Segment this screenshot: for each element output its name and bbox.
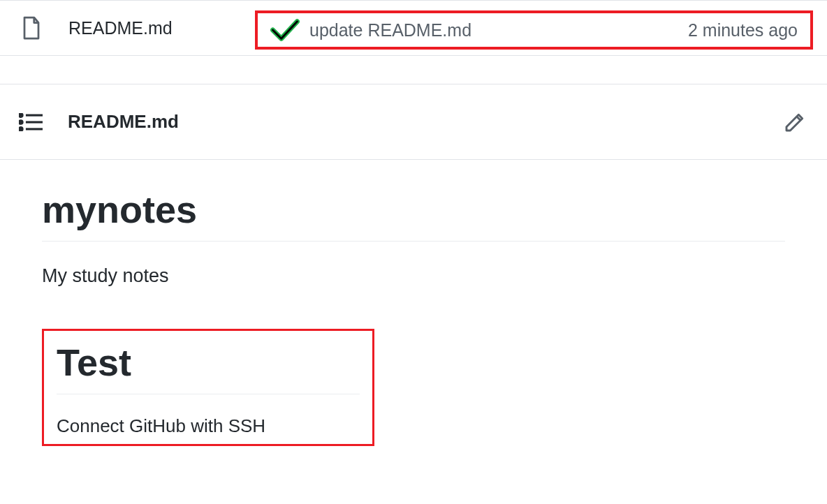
- pencil-icon[interactable]: [784, 111, 806, 133]
- commit-highlight-box: update README.md 2 minutes ago: [255, 10, 813, 50]
- readme-header: README.md: [0, 84, 827, 160]
- readme-paragraph-studynotes: My study notes: [42, 265, 785, 287]
- readme-body: mynotes My study notes Test Connect GitH…: [0, 160, 827, 446]
- file-icon: [21, 15, 42, 40]
- readme-heading-mynotes: mynotes: [42, 188, 785, 242]
- readme-title: README.md: [68, 111, 784, 133]
- file-name-link[interactable]: README.md: [68, 18, 250, 38]
- commit-time: 2 minutes ago: [688, 20, 798, 40]
- section-highlight-box: Test Connect GitHub with SSH: [42, 329, 374, 446]
- list-icon[interactable]: [19, 113, 43, 131]
- readme-panel: README.md mynotes My study notes Test Co…: [0, 84, 827, 446]
- file-row: README.md update README.md 2 minutes ago: [0, 0, 827, 56]
- readme-heading-test: Test: [57, 341, 360, 394]
- svg-point-4: [20, 127, 23, 131]
- readme-paragraph-ssh: Connect GitHub with SSH: [57, 415, 360, 437]
- commit-message-link[interactable]: update README.md: [309, 20, 688, 40]
- svg-point-0: [20, 113, 23, 117]
- checkmark-icon: [270, 19, 300, 41]
- svg-point-2: [20, 120, 23, 124]
